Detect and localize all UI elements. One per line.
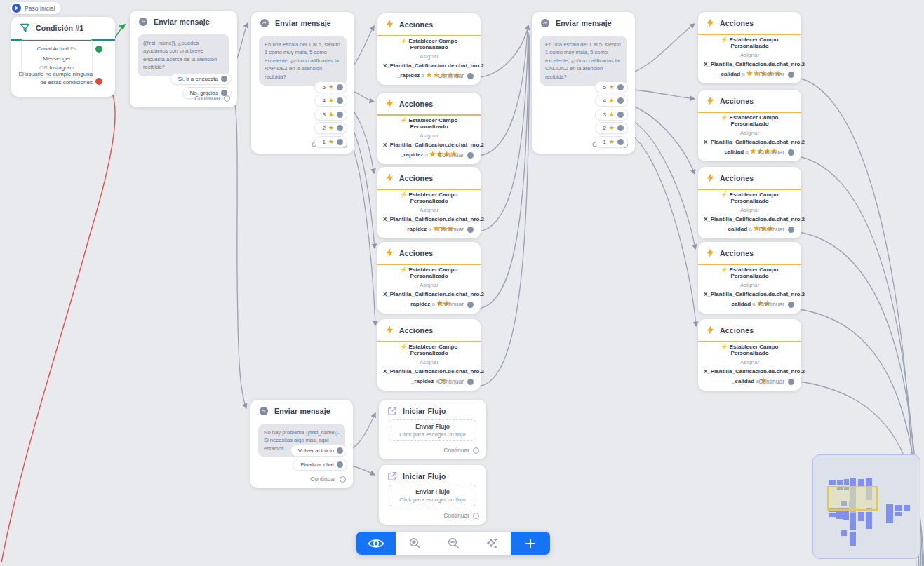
field-name: X_Plantilla_Calificacion.de.chat_nro.2 [704, 138, 796, 146]
button-port[interactable] [337, 97, 343, 104]
quick-reply-button[interactable]: Si, ir a encuesta [170, 73, 232, 85]
button-port[interactable] [337, 125, 343, 131]
condition-false-port[interactable] [95, 78, 102, 85]
minimap-node-block [850, 532, 856, 546]
ai-assistant-button[interactable] [472, 532, 511, 555]
rating-button[interactable]: 2★ [595, 122, 628, 134]
send-message-node-rapidez[interactable]: Enviar mensaje En una escala del 1 al 5,… [251, 12, 354, 154]
preview-button[interactable] [356, 532, 396, 555]
flow-picker-subtitle: Click para escoger un flujo [392, 431, 473, 438]
flow-picker[interactable]: Enviar Flujo Click para escoger un flujo [389, 485, 476, 506]
rule-operator: Es [70, 46, 76, 52]
acciones-node[interactable]: Acciones⚡Establecer Campo PersonalizadoA… [377, 167, 481, 238]
button-port[interactable] [617, 139, 624, 145]
continue-port[interactable] [788, 302, 794, 308]
connector: a [432, 301, 435, 307]
continue-port[interactable] [788, 379, 794, 385]
rating-button[interactable]: 2★ [314, 122, 347, 134]
lightning-icon [386, 20, 394, 29]
rating-button[interactable]: 1★ [595, 136, 628, 148]
field-name: X_Plantilla_Calificacion.de.chat_nro.2 [383, 215, 475, 223]
rating-button[interactable]: 4★ [595, 95, 628, 107]
minimap-node-block [843, 513, 849, 520]
rating-button[interactable]: 1★ [314, 136, 347, 148]
continue-port[interactable] [467, 227, 474, 233]
button-port[interactable] [617, 125, 624, 131]
play-icon [12, 4, 21, 13]
connector: a [742, 71, 744, 77]
start-step-badge[interactable]: Paso Inicial [10, 2, 61, 14]
send-message-node-calidad[interactable]: Enviar mensaje En una escala del 1 al 5,… [532, 12, 635, 154]
acciones-node[interactable]: Acciones⚡Establecer Campo PersonalizadoA… [377, 242, 481, 314]
button-port[interactable] [617, 97, 624, 104]
rating-button[interactable]: 4★ [314, 95, 347, 107]
zoom-out-button[interactable] [434, 532, 473, 555]
node-title: Condición #1 [36, 24, 83, 32]
acciones-node[interactable]: Acciones⚡Establecer Campo PersonalizadoA… [698, 319, 801, 391]
node-header: Acciones [698, 319, 801, 339]
condition-node[interactable]: Condición #1 Canal Actual Es Messenger O… [11, 17, 115, 97]
header-divider [377, 264, 481, 265]
button-port[interactable] [337, 461, 343, 468]
acciones-node[interactable]: Acciones⚡Establecer Campo PersonalizadoA… [698, 167, 801, 238]
rating-button[interactable]: 3★ [595, 109, 628, 121]
rating-button[interactable]: 5★ [595, 81, 628, 93]
minimap-viewport[interactable] [827, 486, 878, 511]
send-message-node-intro[interactable]: Enviar mensaje {{first_name}}, ¿puedes a… [130, 11, 237, 107]
continue-port[interactable] [467, 73, 474, 79]
star-icon: ★ [609, 139, 615, 145]
assign-label: Asignar [704, 130, 796, 136]
continue-port[interactable] [467, 379, 474, 385]
rating-button[interactable]: 3★ [314, 109, 347, 121]
add-node-button[interactable] [511, 532, 550, 555]
send-message-node-goodbye[interactable]: Enviar mensaje No hay problema {{first_n… [250, 400, 353, 488]
continue-port[interactable] [467, 152, 474, 159]
condition-true-port[interactable] [95, 46, 102, 53]
field-suffix: _rapidez [411, 378, 434, 384]
button-port[interactable] [337, 139, 343, 145]
button-port[interactable] [617, 84, 624, 90]
start-flow-node[interactable]: Iniciar Flujo Enviar Flujo Click para es… [379, 465, 486, 525]
minimap-node-block [841, 530, 847, 536]
acciones-node[interactable]: Acciones⚡Establecer Campo PersonalizadoA… [377, 13, 481, 85]
continue-port[interactable] [788, 72, 794, 78]
continue-port[interactable] [340, 476, 346, 483]
star-icon: ★ [328, 139, 334, 145]
continue-port[interactable] [467, 302, 474, 308]
acciones-node[interactable]: Acciones⚡Establecer Campo PersonalizadoA… [377, 319, 481, 391]
quick-reply-button[interactable]: Volver al inicio [290, 445, 347, 457]
button-port[interactable] [221, 76, 227, 82]
node-title: Acciones [399, 249, 433, 257]
button-port[interactable] [617, 112, 624, 118]
acciones-node[interactable]: Acciones⚡Establecer Campo PersonalizadoA… [698, 12, 801, 83]
button-label: 2 [603, 125, 605, 131]
continue-port[interactable] [788, 227, 794, 233]
minimap-node-block [866, 520, 872, 529]
zoom-in-button[interactable] [396, 532, 434, 555]
continue-port[interactable] [788, 149, 794, 156]
minimap-node-block [866, 478, 872, 486]
continue-port[interactable] [473, 447, 479, 454]
field-suffix: _calidad [725, 226, 747, 232]
button-port[interactable] [337, 112, 343, 118]
start-flow-node[interactable]: Iniciar Flujo Enviar Flujo Click para es… [379, 400, 486, 459]
continue-port[interactable] [224, 95, 230, 102]
quick-reply-button[interactable]: Finalizar chat [293, 459, 347, 471]
node-title: Acciones [399, 20, 433, 29]
continue-port[interactable] [473, 513, 479, 519]
button-port[interactable] [337, 447, 343, 454]
assign-label: Asignar [704, 207, 796, 213]
acciones-node[interactable]: Acciones⚡Establecer Campo PersonalizadoA… [377, 93, 481, 164]
continue-row: Continuar [758, 149, 794, 156]
acciones-node[interactable]: Acciones⚡Establecer Campo PersonalizadoA… [698, 242, 801, 314]
external-link-icon [387, 471, 397, 481]
rating-button[interactable]: 5★ [314, 81, 347, 93]
acciones-node[interactable]: Acciones⚡Establecer Campo PersonalizadoA… [698, 90, 801, 161]
header-divider [377, 341, 481, 342]
star-icon: ★ [328, 125, 334, 131]
flow-picker[interactable]: Enviar Flujo Click para escoger un flujo [389, 419, 476, 441]
node-title: Acciones [720, 249, 754, 257]
field-name: X_Plantilla_Calificacion.de.chat_nro.2 [704, 215, 796, 223]
minimap[interactable] [812, 454, 920, 559]
button-port[interactable] [337, 84, 343, 90]
